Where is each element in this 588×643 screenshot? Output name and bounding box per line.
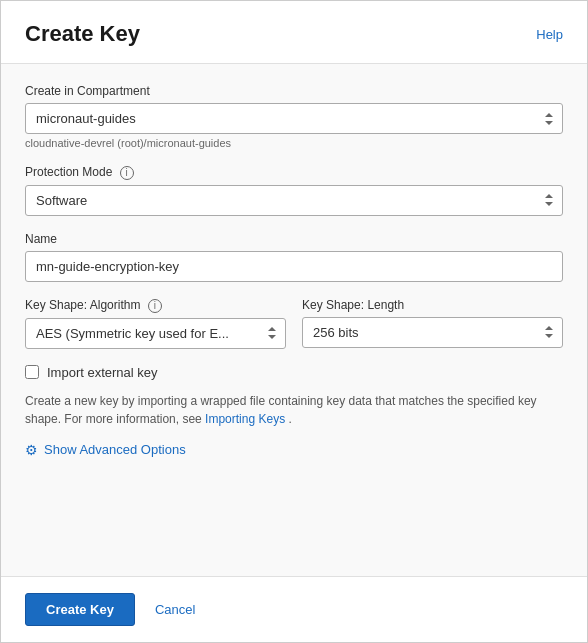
compartment-label: Create in Compartment xyxy=(25,84,563,98)
key-shape-row: Key Shape: Algorithm i AES (Symmetric ke… xyxy=(25,298,563,365)
compartment-sub-text: cloudnative-devrel (root)/micronaut-guid… xyxy=(25,137,563,149)
name-group: Name xyxy=(25,232,563,282)
help-link[interactable]: Help xyxy=(536,27,563,42)
name-label: Name xyxy=(25,232,563,246)
protection-mode-label: Protection Mode i xyxy=(25,165,563,180)
length-group: Key Shape: Length 256 bits xyxy=(302,298,563,349)
sliders-icon: ⚙ xyxy=(25,442,38,458)
algorithm-select[interactable]: AES (Symmetric key used for E... xyxy=(25,318,286,349)
import-external-key-checkbox[interactable] xyxy=(25,365,39,379)
import-external-key-group: Import external key xyxy=(25,365,563,380)
compartment-group: Create in Compartment micronaut-guides c… xyxy=(25,84,563,149)
protection-mode-info-icon[interactable]: i xyxy=(120,166,134,180)
algorithm-info-icon[interactable]: i xyxy=(148,299,162,313)
protection-mode-select[interactable]: Software xyxy=(25,185,563,216)
create-key-button[interactable]: Create Key xyxy=(25,593,135,626)
dialog-header: Create Key Help xyxy=(1,1,587,64)
length-select[interactable]: 256 bits xyxy=(302,317,563,348)
importing-keys-link[interactable]: Importing Keys xyxy=(205,412,285,426)
create-key-dialog: Create Key Help Create in Compartment mi… xyxy=(0,0,588,643)
algorithm-label: Key Shape: Algorithm i xyxy=(25,298,286,313)
protection-mode-group: Protection Mode i Software xyxy=(25,165,563,216)
advanced-options-label: Show Advanced Options xyxy=(44,442,186,457)
cancel-button[interactable]: Cancel xyxy=(151,594,199,625)
import-info-text: Create a new key by importing a wrapped … xyxy=(25,392,563,428)
algorithm-group: Key Shape: Algorithm i AES (Symmetric ke… xyxy=(25,298,286,349)
compartment-select[interactable]: micronaut-guides xyxy=(25,103,563,134)
import-external-key-label: Import external key xyxy=(47,365,158,380)
dialog-footer: Create Key Cancel xyxy=(1,576,587,642)
length-label: Key Shape: Length xyxy=(302,298,563,312)
advanced-options-link[interactable]: ⚙ Show Advanced Options xyxy=(25,442,186,458)
dialog-title: Create Key xyxy=(25,21,140,47)
dialog-body: Create in Compartment micronaut-guides c… xyxy=(1,64,587,576)
name-input[interactable] xyxy=(25,251,563,282)
